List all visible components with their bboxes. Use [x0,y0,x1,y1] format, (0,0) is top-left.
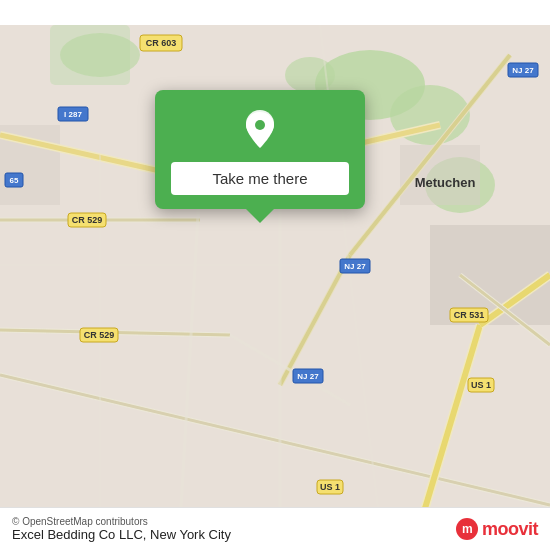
moovit-icon: m [456,518,478,540]
svg-text:CR 529: CR 529 [84,330,115,340]
location-pin-icon [238,108,282,152]
popup-card: Take me there [155,90,365,209]
osm-attribution: © OpenStreetMap contributors [12,516,231,527]
location-name: Excel Bedding Co LLC, New York City [12,527,231,542]
svg-point-5 [60,33,140,77]
svg-text:US 1: US 1 [320,482,340,492]
svg-text:NJ 27: NJ 27 [344,262,366,271]
bottom-left: © OpenStreetMap contributors Excel Beddi… [12,516,231,542]
svg-rect-8 [430,225,550,325]
take-me-there-button[interactable]: Take me there [171,162,349,195]
svg-text:65: 65 [10,176,19,185]
svg-text:NJ 27: NJ 27 [512,66,534,75]
moovit-logo: m moovit [456,518,538,540]
svg-text:CR 529: CR 529 [72,215,103,225]
moovit-text: moovit [482,519,538,540]
bottom-bar: © OpenStreetMap contributors Excel Beddi… [0,507,550,550]
svg-text:CR 603: CR 603 [146,38,177,48]
svg-text:US 1: US 1 [471,380,491,390]
svg-text:Metuchen: Metuchen [415,175,476,190]
map-container: CR 603 I 287 I 287 NJ 27 NJ 27 NJ 27 65 … [0,0,550,550]
svg-text:I 287: I 287 [64,110,82,119]
svg-text:NJ 27: NJ 27 [297,372,319,381]
svg-point-62 [255,120,265,130]
svg-text:CR 531: CR 531 [454,310,485,320]
